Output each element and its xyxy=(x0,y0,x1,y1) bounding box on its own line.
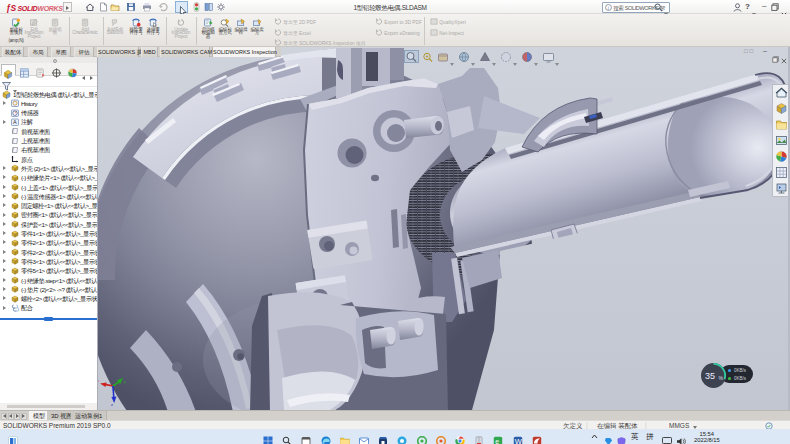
svg-text:i: i xyxy=(608,5,609,10)
svg-text:A: A xyxy=(13,119,17,125)
svg-text:y: y xyxy=(124,379,126,384)
svg-text:35: 35 xyxy=(705,371,715,381)
svg-text:W: W xyxy=(514,436,522,444)
svg-text:e: e xyxy=(496,437,500,444)
svg-text:z: z xyxy=(111,402,113,407)
svg-text:%: % xyxy=(719,375,724,381)
